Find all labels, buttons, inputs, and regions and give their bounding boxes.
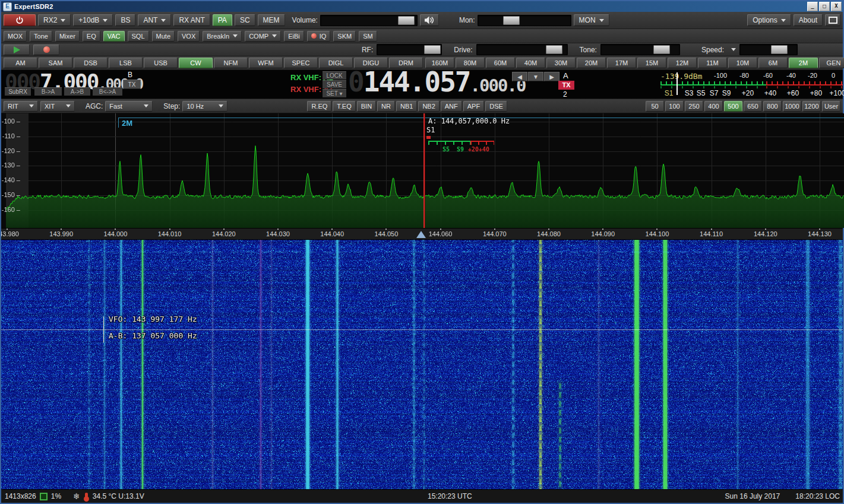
toolbar-tone[interactable]: Tone [30,31,52,42]
band-17m[interactable]: 17M [607,58,636,68]
spectrum-canvas[interactable] [1,113,844,228]
rx-ant-button[interactable]: RX ANT [173,14,210,26]
rf-slider-handle[interactable] [424,45,441,54]
tune-down-button[interactable]: ▼ [528,72,543,81]
dsp-nb1[interactable]: NB1 [396,101,417,112]
preamp-dropdown[interactable]: +10dB [73,14,113,26]
toolbar-eibi[interactable]: EiBi [284,31,304,42]
chevron-down-icon[interactable] [731,48,736,51]
toolbar-iq[interactable]: IQ [307,31,331,42]
speed-slider[interactable] [739,44,798,55]
vfo-b-tx-button[interactable]: TX [123,80,141,89]
filter-1200[interactable]: 1200 [802,101,821,112]
agc-dropdown[interactable]: Fast [105,101,153,112]
speed-slider-handle[interactable] [771,45,788,54]
bs-button[interactable]: BS [115,14,135,26]
pa-button[interactable]: PA [213,14,232,26]
minimize-button[interactable]: _ [807,2,818,11]
toolbar-comp[interactable]: COMP [245,31,281,42]
filter-650[interactable]: 650 [744,101,762,112]
dsp-nb2[interactable]: NB2 [418,101,439,112]
filter-50[interactable]: 50 [646,101,664,112]
b-to-a-button[interactable]: B->A [34,87,62,96]
filter-user[interactable]: User [822,101,840,112]
dsp-r-eq[interactable]: R.EQ [307,101,331,112]
mode-nfm[interactable]: NFM [214,58,248,68]
mon-slider-handle[interactable] [503,16,520,25]
band-20m[interactable]: 20M [577,58,606,68]
filter-100[interactable]: 100 [665,101,684,112]
dsp-dse[interactable]: DSE [485,101,507,112]
dsp-nr[interactable]: NR [377,101,395,112]
volume-slider-handle[interactable] [398,16,415,25]
band-6m[interactable]: 6M [758,58,788,68]
band-11m[interactable]: 11M [698,58,727,68]
mode-dsb[interactable]: DSB [74,58,108,68]
mode-lsb[interactable]: LSB [109,58,143,68]
band-40m[interactable]: 40M [516,58,545,68]
vfo-axis-marker[interactable] [416,231,426,238]
filter-400[interactable]: 400 [704,101,723,112]
mode-spec[interactable]: SPEC [284,58,318,68]
vfo-cursor-line[interactable] [423,113,425,228]
maximize-button[interactable]: □ [819,2,830,11]
band-15m[interactable]: 15M [637,58,666,68]
rx2-dropdown[interactable]: RX2 [38,14,71,26]
toolbar-vox[interactable]: VOX [178,31,200,42]
band-gen[interactable]: GEN [819,58,844,68]
drive-slider[interactable] [476,44,568,55]
subrx-button[interactable]: SubRX [5,87,31,96]
tune-left-button[interactable]: ◀ [512,72,527,81]
xit-dropdown[interactable]: XIT [40,101,75,112]
band-60m[interactable]: 60M [486,58,515,68]
filter-800[interactable]: 800 [763,101,782,112]
power-button[interactable] [4,14,36,26]
options-dropdown[interactable]: Options [747,14,791,26]
filter-250[interactable]: 250 [685,101,703,112]
toolbar-mox[interactable]: MOX [4,31,27,42]
filter-500[interactable]: 500 [724,101,742,112]
toolbar-mixer[interactable]: Mixer [55,31,80,42]
waterfall-canvas[interactable] [1,240,843,495]
mode-wfm[interactable]: WFM [249,58,283,68]
rit-dropdown[interactable]: RIT [4,101,38,112]
ant-dropdown[interactable]: ANT [138,14,171,26]
band-12m[interactable]: 12M [668,58,697,68]
toolbar-sql[interactable]: SQL [128,31,149,42]
toolbar-eq[interactable]: EQ [83,31,100,42]
frequency-axis[interactable]: 143.980143.990144.000144.010144.020144.0… [1,228,843,240]
step-dropdown[interactable]: 10 Hz [182,101,227,112]
mode-usb[interactable]: USB [144,58,178,68]
record-button[interactable] [33,45,59,55]
filter-1000[interactable]: 1000 [783,101,801,112]
dsp-anf[interactable]: ANF [441,101,462,112]
b-swap-a-button[interactable]: B<->A [93,87,122,96]
toolbar-skm[interactable]: SKM [333,31,356,42]
about-button[interactable]: About [794,14,823,26]
mode-am[interactable]: AM [4,58,37,68]
band-30m[interactable]: 30M [546,58,576,68]
waterfall-display[interactable]: VFO: 143 997 177 Hz A-B: 137 057 000 Hz [1,240,843,495]
dsp-bin[interactable]: BIN [357,101,376,112]
band-10m[interactable]: 10M [728,58,757,68]
mode-cw[interactable]: CW [179,58,213,68]
vfo-a-display[interactable]: 0144.057.000.0 [348,68,525,96]
mon-slider[interactable] [478,15,571,26]
dsp-apf[interactable]: APF [463,101,484,112]
band-2m[interactable]: 2M [789,58,818,68]
tune-right-button[interactable]: ▶ [544,72,559,81]
spectrum-display[interactable]: -100 –-110 –-120 –-130 –-140 –-150 –-160… [1,113,843,228]
toolbar-mute[interactable]: Mute [152,31,175,42]
toolbar-vac[interactable]: VAC [103,31,125,42]
toolbar-breakin[interactable]: BreakIn [203,31,242,42]
speaker-button[interactable] [420,14,439,26]
play-button[interactable] [4,45,30,55]
tone-slider[interactable] [600,44,680,55]
sc-button[interactable]: SC [235,14,255,26]
rf-slider[interactable] [377,44,442,55]
mon-dropdown[interactable]: MON [574,14,609,26]
dsp-t-eq[interactable]: T.EQ [333,101,355,112]
set-dropdown[interactable]: SET ▾ [323,89,346,97]
a-to-b-button[interactable]: A->B [64,87,90,96]
save-button[interactable]: SAVE [323,80,346,88]
